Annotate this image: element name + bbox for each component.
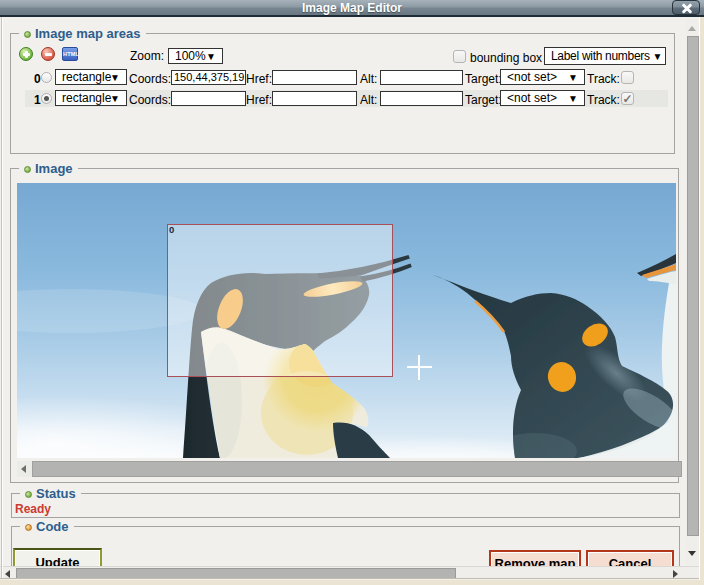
svg-text:0: 0 — [169, 224, 174, 235]
